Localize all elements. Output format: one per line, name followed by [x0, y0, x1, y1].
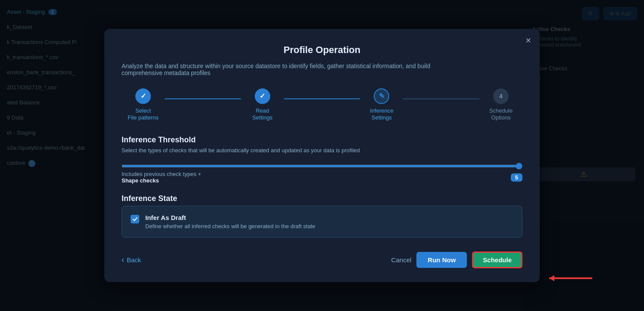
check-icon-1: ✓	[141, 92, 146, 100]
step-4-schedule: 4 ScheduleOptions	[479, 88, 522, 122]
step-line-1	[165, 99, 241, 100]
slider-text: Includes previous check types + Shape ch…	[122, 171, 201, 184]
step-line-3	[403, 99, 479, 100]
step-3-inference: ✎ InferenceSettings	[360, 88, 403, 122]
check-icon-2: ✓	[259, 92, 265, 100]
step-1-label: SelectFile patterns	[128, 107, 159, 122]
chevron-left-icon: ‹	[122, 255, 124, 264]
step-2-read: ✓ ReadSettings	[241, 88, 284, 122]
step-2-label: ReadSettings	[252, 107, 272, 122]
step-4-number: 4	[499, 93, 503, 100]
slider-label-row: Includes previous check types + Shape ch…	[122, 171, 522, 184]
inference-slider[interactable]	[122, 165, 522, 167]
step-3-label: InferenceSettings	[370, 107, 393, 122]
edit-icon: ✎	[379, 92, 385, 100]
step-1-circle: ✓	[135, 88, 151, 104]
step-2-circle: ✓	[255, 88, 270, 104]
red-arrow-indicator	[545, 270, 597, 289]
infer-as-draft-box: Infer As Draft Define whether all inferr…	[122, 206, 522, 238]
close-button[interactable]: ×	[525, 36, 531, 45]
inference-threshold-sub: Select the types of checks that will be …	[122, 147, 522, 154]
inference-state-heading: Inference State	[122, 194, 522, 203]
infer-as-draft-desc: Define whether all inferred checks will …	[145, 223, 316, 229]
step-3-circle: ✎	[374, 88, 389, 104]
inference-threshold-section: Inference Threshold Select the types of …	[122, 135, 522, 184]
footer-actions: Cancel Run Now Schedule	[391, 251, 522, 268]
stepper: ✓ SelectFile patterns ✓ ReadSettings ✎ I…	[122, 88, 522, 122]
svg-marker-1	[549, 275, 554, 281]
slider-container: Includes previous check types + Shape ch…	[122, 161, 522, 184]
cancel-button[interactable]: Cancel	[391, 256, 412, 264]
checkbox-check-icon	[132, 217, 138, 222]
infer-as-draft-checkbox[interactable]	[131, 215, 139, 223]
schedule-button[interactable]: Schedule	[472, 251, 522, 268]
inference-state-section: Inference State Infer As Draft Define wh…	[122, 194, 522, 238]
back-button[interactable]: ‹ Back	[122, 255, 141, 264]
inference-threshold-heading: Inference Threshold	[122, 135, 522, 145]
modal-title: Profile Operation	[122, 44, 522, 56]
step-4-circle: 4	[493, 88, 509, 104]
run-now-button[interactable]: Run Now	[416, 252, 467, 268]
profile-operation-modal: × Profile Operation Analyze the data and…	[104, 29, 540, 283]
modal-description: Analyze the data and structure within yo…	[122, 63, 441, 76]
step-1-select: ✓ SelectFile patterns	[122, 88, 165, 122]
infer-as-draft-title: Infer As Draft	[145, 214, 316, 221]
modal-footer: ‹ Back Cancel Run Now Schedule	[122, 251, 522, 268]
step-4-label: ScheduleOptions	[489, 107, 513, 122]
step-line-2	[284, 99, 360, 100]
infer-text: Infer As Draft Define whether all inferr…	[145, 214, 316, 229]
slider-badge: 5	[511, 173, 522, 182]
